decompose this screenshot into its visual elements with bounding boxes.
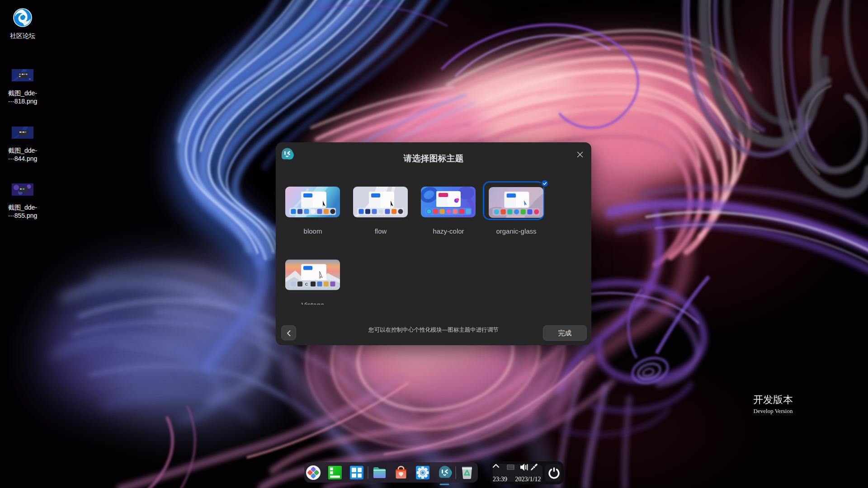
svg-text:C: C xyxy=(305,282,308,286)
svg-text:2023/1/12: 2023/1/12 xyxy=(515,476,541,483)
svg-text:23:39: 23:39 xyxy=(493,476,507,483)
